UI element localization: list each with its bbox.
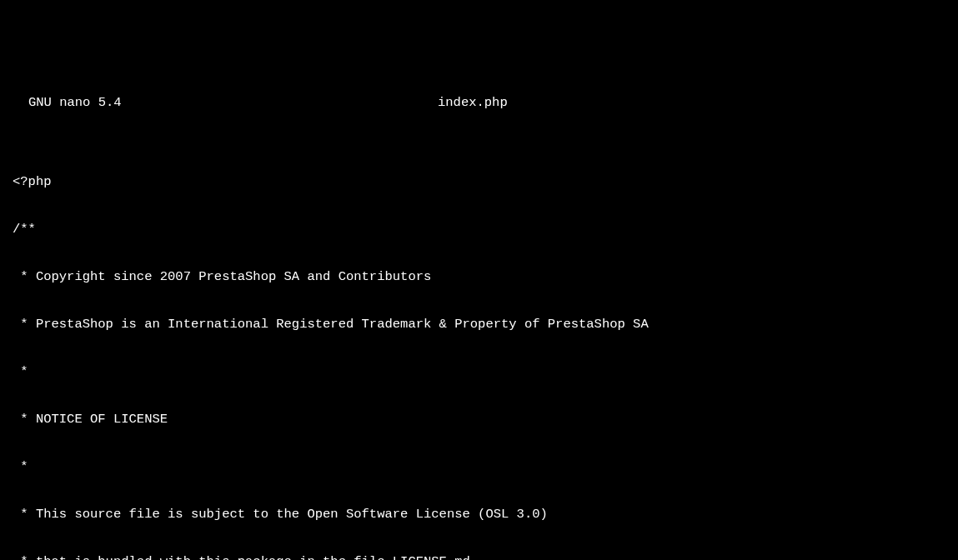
- code-line: * NOTICE OF LICENSE: [13, 412, 958, 428]
- app-name: GNU nano 5.4: [0, 95, 438, 111]
- terminal-editor[interactable]: GNU nano 5.4 index.php <?php /** * Copyr…: [0, 63, 958, 560]
- editor-content[interactable]: <?php /** * Copyright since 2007 PrestaS…: [0, 142, 958, 560]
- code-line: * PrestaShop is an International Registe…: [13, 317, 958, 332]
- editor-header: GNU nano 5.4 index.php: [0, 95, 958, 111]
- code-line: * that is bundled with this package in t…: [13, 554, 958, 560]
- code-line: *: [13, 459, 958, 475]
- filename: index.php: [438, 95, 508, 111]
- code-line: * Copyright since 2007 PrestaShop SA and…: [13, 269, 958, 285]
- code-line: <?php: [13, 174, 958, 190]
- code-line: *: [13, 364, 958, 380]
- code-line: * This source file is subject to the Ope…: [13, 507, 958, 522]
- code-line: /**: [13, 222, 958, 238]
